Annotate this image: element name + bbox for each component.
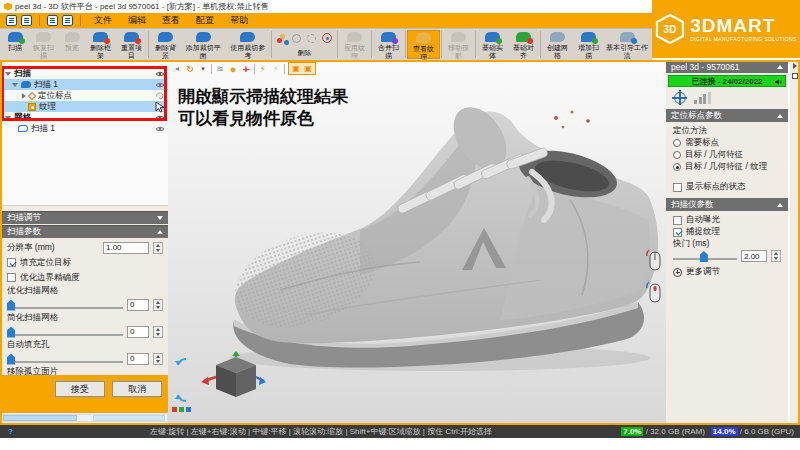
- auto-fill-holes-stepper[interactable]: [153, 353, 163, 365]
- pins-select-icon[interactable]: [277, 38, 282, 43]
- expander-icon[interactable]: [5, 72, 11, 76]
- auto-fill-holes-value[interactable]: 0: [127, 353, 149, 365]
- menu-edit[interactable]: 编辑: [122, 14, 152, 27]
- use-clipping-ref-icon: [240, 32, 255, 42]
- flash-off-icon[interactable]: [271, 63, 281, 75]
- scrollbar-thumb[interactable]: [3, 415, 77, 421]
- optimize-mesh-stepper[interactable]: [153, 299, 163, 311]
- optimize-mesh-value[interactable]: 0: [127, 299, 149, 311]
- export-data-icon[interactable]: [62, 15, 73, 26]
- ribbon-button-reset-project[interactable]: 重置项目: [116, 30, 147, 59]
- radio-targets-geometry[interactable]: 目标 / 几何特征: [666, 149, 788, 161]
- ribbon-button-add-clipping-plane[interactable]: 添加裁切平面: [181, 30, 226, 59]
- help-button[interactable]: ?: [8, 427, 13, 436]
- ribbon-button-add-scan[interactable]: 增加扫描: [573, 30, 604, 59]
- show-target-status-row[interactable]: 显示标点的状态: [666, 181, 788, 193]
- eye-icon[interactable]: [155, 125, 165, 133]
- rect-select-icon[interactable]: [291, 63, 301, 75]
- ribbon-button-guided-workflow[interactable]: 基本引导工作流: [604, 30, 650, 59]
- optimize-boundary-row[interactable]: 优化边界精确度: [7, 271, 163, 284]
- import-data-icon[interactable]: [47, 15, 58, 26]
- expand-panel-icon[interactable]: [793, 63, 797, 69]
- resolution-stepper[interactable]: [153, 242, 163, 254]
- tree-item-texture[interactable]: 纹理: [2, 101, 168, 112]
- view-dropdown-icon[interactable]: [198, 63, 208, 75]
- radio-need-targets[interactable]: 需要标点: [666, 137, 788, 149]
- orientation-gizmo[interactable]: [170, 351, 266, 413]
- fill-targets-checkbox[interactable]: [7, 258, 16, 267]
- display-mode-icon[interactable]: [215, 63, 225, 75]
- cancel-button[interactable]: 取消: [112, 381, 162, 397]
- ribbon-button-base-solid[interactable]: 基础实体: [477, 30, 508, 59]
- capture-texture-row[interactable]: 捕捉纹理: [666, 226, 788, 238]
- eye-icon[interactable]: [155, 70, 165, 78]
- refresh-icon[interactable]: [155, 92, 165, 100]
- light-icon[interactable]: [228, 63, 238, 75]
- ribbon-button-create-mesh[interactable]: 创建网格: [542, 30, 573, 59]
- reset-view-icon[interactable]: [185, 63, 195, 75]
- calibration-target-icon[interactable]: [674, 92, 686, 104]
- ribbon-button-use-clipping-ref[interactable]: 使用裁切参考: [226, 30, 271, 59]
- decimate-mesh-stepper[interactable]: [153, 326, 163, 338]
- decimate-mesh-value[interactable]: 0: [127, 326, 149, 338]
- target-select-icon[interactable]: [322, 33, 332, 43]
- tree-item-scan1[interactable]: 扫描 1: [2, 79, 168, 90]
- scrollbar-thumb[interactable]: [93, 415, 165, 421]
- radio-selected-icon[interactable]: [673, 163, 681, 171]
- expander-icon[interactable]: [5, 116, 11, 120]
- tree-item-targets[interactable]: 定位标点: [2, 90, 168, 101]
- menu-view[interactable]: 查看: [156, 14, 186, 27]
- fill-targets-row[interactable]: 填充定位目标: [7, 256, 163, 269]
- shutter-slider[interactable]: [673, 250, 737, 262]
- radio-targets-geometry-texture[interactable]: 目标 / 几何特征 / 纹理: [666, 161, 788, 173]
- tree-section-scans[interactable]: 扫描: [2, 68, 168, 79]
- ribbon-button-merge-scans[interactable]: 合并扫描: [373, 30, 404, 59]
- viewport-3d[interactable]: 開啟顯示掃描紋理結果 可以看見物件原色: [168, 60, 666, 425]
- axes-icon[interactable]: [241, 63, 251, 75]
- flash-on-icon[interactable]: [258, 63, 268, 75]
- eye-icon[interactable]: [155, 81, 165, 89]
- horizontal-scrollbar[interactable]: [2, 414, 168, 422]
- speaker-icon[interactable]: [775, 78, 783, 86]
- menu-file[interactable]: 文件: [88, 14, 118, 27]
- shutter-stepper[interactable]: [771, 250, 781, 262]
- ribbon-button-delete-background[interactable]: 删除背景: [150, 30, 181, 59]
- new-session-icon[interactable]: [6, 15, 17, 26]
- ribbon-button-scan[interactable]: 扫描: [2, 30, 28, 59]
- expander-icon[interactable]: [12, 83, 18, 87]
- ribbon-button-base-align[interactable]: 基础对齐: [508, 30, 539, 59]
- dock-panel-icon[interactable]: [792, 73, 798, 79]
- expander-icon[interactable]: [22, 93, 26, 99]
- ribbon-button-delete-frames[interactable]: 删除框架: [85, 30, 116, 59]
- device-header[interactable]: peel 3d - 9570061: [666, 60, 788, 73]
- radio-icon[interactable]: [673, 139, 681, 147]
- shutter-value[interactable]: 2.00: [741, 250, 767, 262]
- shoe-model-3d[interactable]: [210, 90, 670, 380]
- signal-level-icon[interactable]: [694, 92, 711, 104]
- auto-exposure-checkbox[interactable]: [673, 216, 682, 225]
- decimate-mesh-slider[interactable]: [7, 326, 123, 338]
- free-select-icon[interactable]: [303, 63, 313, 75]
- collapse-panel-icon[interactable]: [172, 63, 182, 75]
- tree-item-mesh1[interactable]: 扫描 1: [2, 123, 168, 134]
- more-settings[interactable]: 更多调节: [666, 262, 788, 282]
- scanner-params-header[interactable]: 扫描仪参数: [666, 198, 788, 211]
- auto-fill-holes-slider[interactable]: [7, 353, 123, 365]
- auto-exposure-row[interactable]: 自动曝光: [666, 214, 788, 226]
- capture-texture-checkbox[interactable]: [673, 228, 682, 237]
- radio-icon[interactable]: [673, 151, 681, 159]
- menu-help[interactable]: 帮助: [224, 14, 254, 27]
- open-session-icon[interactable]: [21, 15, 32, 26]
- tree-section-meshes[interactable]: 网格: [2, 112, 168, 123]
- optimize-boundary-checkbox[interactable]: [7, 273, 16, 282]
- resolution-input[interactable]: 1.00: [103, 242, 149, 254]
- accept-button[interactable]: 接受: [55, 381, 105, 397]
- eye-icon[interactable]: [155, 114, 165, 122]
- targets-params-header[interactable]: 定位标点参数: [666, 109, 788, 122]
- scan-params-header[interactable]: 扫描参数: [2, 225, 168, 238]
- optimize-mesh-slider[interactable]: [7, 299, 123, 311]
- ribbon-button-view-texture[interactable]: 查看纹理: [407, 30, 440, 59]
- show-target-status-checkbox[interactable]: [673, 183, 682, 192]
- scan-adjust-header[interactable]: 扫描调节: [2, 211, 168, 224]
- menu-config[interactable]: 配置: [190, 14, 220, 27]
